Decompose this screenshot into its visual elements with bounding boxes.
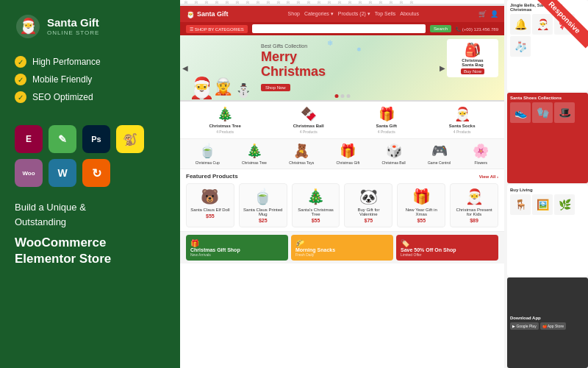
- promo-title: Save 50% Off On Shop: [401, 247, 494, 252]
- product-name: Buy Gift for Valentine: [348, 208, 388, 216]
- category-count: 4 Products: [378, 130, 395, 134]
- hero-product-card: 🎒 ChristmasSanta Bag Buy Now: [447, 39, 498, 77]
- bottom-promo: 🎁 Christmas Gift Shop New Arrivals 🌮 Mor…: [180, 232, 504, 263]
- side-product[interactable]: 🧤: [532, 102, 553, 123]
- nav-link-products[interactable]: Products (2) ▾: [338, 11, 370, 17]
- app-store-button[interactable]: 🍎 App Store: [540, 322, 566, 330]
- side-products-grid: 🪑 🖼️ 🌿: [510, 194, 585, 215]
- product-icon-item[interactable]: 🎲 Christmas Ball: [381, 143, 405, 165]
- promo-card-gifts[interactable]: 🎁 Christmas Gift Shop New Arrivals: [186, 235, 288, 261]
- photoshop-icon: Ps: [82, 125, 110, 153]
- nav-link-categories[interactable]: Categories ▾: [304, 11, 334, 17]
- product-price: $75: [365, 218, 373, 223]
- logo-text: Santa Gift Online Store: [47, 17, 99, 36]
- nav-link-about[interactable]: Aboutus: [400, 11, 419, 17]
- plugin-icons-row: E ✎ Ps 🐒 Woo W ↻: [15, 125, 165, 187]
- responsive-badge-container: Responsive: [529, 0, 588, 59]
- side-card-title: Santa Shoes Collections: [510, 96, 585, 100]
- product-icon-item[interactable]: 🎄 Christmas Tree: [242, 143, 267, 165]
- side-card-title: Buy Living: [510, 188, 585, 192]
- product-name: Santa Claus Printed Mug: [243, 208, 283, 216]
- product-icon-item[interactable]: 🎁 Christmas Gift: [337, 143, 360, 165]
- promo-card-sale[interactable]: 🏷️ Save 50% Off On Shop Limited Offer: [396, 235, 498, 261]
- features-list: ✓ High Perfomance ✓ Mobile Friendly ✓ SE…: [15, 56, 165, 109]
- product-icon-item[interactable]: 🧸 Christmas Toys: [289, 143, 314, 165]
- user-icon[interactable]: 👤: [490, 10, 498, 18]
- product-price: $25: [259, 218, 268, 223]
- product-price: $55: [206, 213, 215, 219]
- product-icon-label: Flowers: [475, 160, 488, 165]
- product-card[interactable]: 🎅 Christmas Present for Kids $89: [450, 183, 498, 227]
- product-icon: 🌸: [473, 143, 489, 159]
- product-icon: 🎮: [431, 143, 448, 159]
- nav-link-shop[interactable]: Shop: [288, 11, 300, 17]
- side-product[interactable]: 🖼️: [532, 194, 553, 215]
- product-icon-item[interactable]: 🎮 Game Control: [428, 143, 451, 165]
- product-icons-row: 🍵 Christmas Cup 🎄 Christmas Tree 🧸 Chris…: [180, 139, 504, 169]
- edit-icon: ✎: [49, 125, 76, 153]
- view-all-button[interactable]: View All ›: [479, 174, 498, 179]
- cart-icon[interactable]: 🛒: [478, 10, 487, 18]
- search-input[interactable]: [252, 24, 426, 33]
- prev-arrow[interactable]: ◀: [182, 64, 188, 72]
- google-play-button[interactable]: ▶ Google Play: [510, 322, 539, 330]
- product-card[interactable]: 🍵 Santa Claus Printed Mug $25: [239, 183, 287, 227]
- product-card[interactable]: 🐻 Santa Claus Elf Doll $55: [186, 183, 234, 227]
- nav-link-top[interactable]: Top Sells: [375, 11, 395, 17]
- category-item[interactable]: 🎁 Santa Gift 4 Products: [376, 106, 397, 134]
- feature-item: ✓ High Perfomance: [15, 56, 165, 68]
- cta-text: Build a Unique & Outstanding: [15, 200, 165, 229]
- product-image: 🎁: [412, 188, 431, 205]
- product-icon-label: Game Control: [428, 160, 451, 165]
- product-image: 🎅: [465, 188, 484, 205]
- category-name: Santa Socks: [449, 124, 476, 128]
- side-product[interactable]: 👟: [510, 102, 531, 123]
- nav-links: Shop Categories ▾ Products (2) ▾ Top Sel…: [288, 11, 419, 17]
- product-card[interactable]: 🎄 Santa's Christmas Tree $55: [292, 183, 340, 227]
- side-product[interactable]: 🌿: [554, 194, 575, 215]
- dot[interactable]: [340, 94, 344, 98]
- site-logo-icon: 🎅: [186, 10, 195, 18]
- promo-card-snacks[interactable]: 🌮 Morning Snacks Fresh Daily: [291, 235, 393, 261]
- side-product[interactable]: 🔔: [510, 14, 531, 35]
- product-card[interactable]: 🎁 New Year Gift in Xmas $55: [397, 183, 445, 227]
- side-product[interactable]: 🎩: [554, 102, 575, 123]
- product-icon: 🎄: [246, 143, 262, 159]
- side-product[interactable]: 🧦: [510, 36, 531, 57]
- categories-button[interactable]: ☰ SHOP BY CATEGORIES: [186, 25, 248, 33]
- buy-now-button[interactable]: Buy Now: [461, 68, 484, 74]
- category-count: 4 Products: [453, 130, 471, 134]
- dot[interactable]: [346, 94, 350, 98]
- side-product[interactable]: 🪑: [510, 194, 531, 215]
- hero-shop-button[interactable]: Shop Now: [261, 84, 290, 91]
- snowflake-icon: ❅: [356, 46, 362, 53]
- products-grid: 🐻 Santa Claus Elf Doll $55 🍵 Santa Claus…: [186, 183, 498, 227]
- refresh-icon: ↻: [82, 159, 110, 187]
- category-name: Christmas Ball: [293, 124, 324, 128]
- hero-content: Best Gifts Collection Merry Christmas Sh…: [250, 36, 337, 100]
- product-name: ChristmasSanta Bag: [450, 58, 495, 67]
- product-icon-item[interactable]: 🍵 Christmas Cup: [196, 143, 220, 165]
- search-button[interactable]: Search: [430, 25, 451, 32]
- feature-label: Mobile Friendly: [32, 74, 92, 85]
- side-card-living: Buy Living 🪑 🖼️ 🌿: [507, 185, 588, 276]
- contact-info: 📞 (+00) 123.456.789: [456, 26, 498, 32]
- elementor-icon: E: [15, 125, 43, 153]
- category-item[interactable]: 🎄 Christmas Tree 4 Products: [209, 106, 240, 134]
- logo-subtitle: Online Store: [47, 29, 99, 36]
- product-card[interactable]: 🐼 Buy Gift for Valentine $75: [344, 183, 392, 227]
- category-name: Christmas Tree: [209, 124, 240, 128]
- next-arrow[interactable]: ▶: [440, 64, 445, 72]
- product-icon-item[interactable]: 🌸 Flowers: [473, 143, 489, 165]
- category-item[interactable]: 🍫 Christmas Ball 4 Products: [293, 106, 324, 134]
- product-image: 🎄: [306, 188, 325, 205]
- category-item[interactable]: 🎅 Santa Socks 4 Products: [449, 106, 476, 134]
- side-products-grid: 👟 🧤 🎩: [510, 102, 585, 123]
- site-logo: 🎅 Santa Gift: [186, 10, 229, 18]
- sale-icon: 🏷️: [401, 239, 494, 247]
- search-bar: ☰ SHOP BY CATEGORIES Search 📞 (+00) 123.…: [180, 22, 504, 35]
- product-image: 🐼: [359, 188, 378, 205]
- svg-text:🎅: 🎅: [19, 17, 37, 35]
- side-card-shoes: Santa Shoes Collections 👟 🧤 🎩: [507, 93, 588, 184]
- carousel-dots: [334, 94, 350, 98]
